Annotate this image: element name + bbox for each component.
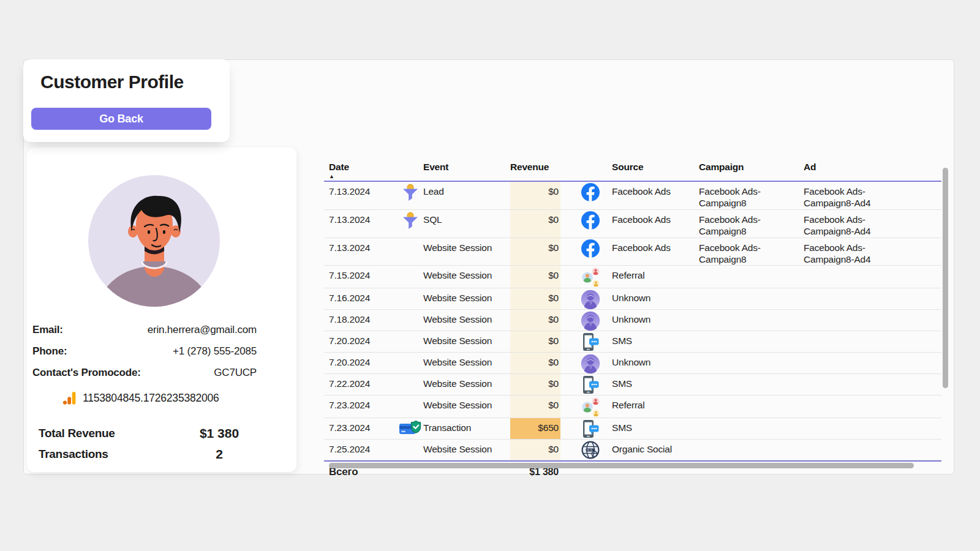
table-row[interactable]: 7.18.2024Website Session$0?Unknown [324,310,941,331]
cell-event: Transaction [423,418,510,434]
cell-campaign: Facebook Ads-Campaign8 [690,210,804,238]
globe-icon [576,440,605,459]
column-header-event[interactable]: Event [423,157,510,173]
cell-event: Website Session [423,440,510,455]
cell-date: 7.22.2024 [324,374,398,390]
column-header-date[interactable]: Date ▲ [324,157,398,179]
cell-source: Unknown [605,288,690,304]
cell-campaign [690,374,804,378]
email-row: Email: erin.herrera@gmail.com [32,324,257,345]
table-row[interactable]: 7.23.2024Transaction$650SMS [324,418,941,440]
cell-date: 7.16.2024 [324,288,398,304]
cell-ad [804,331,941,335]
total-revenue-row: Total Revenue $1 380 [39,423,271,444]
referral-icon [576,395,605,418]
cell-date: 7.13.2024 [324,210,398,226]
table-row[interactable]: 7.16.2024Website Session$0?Unknown [324,288,941,310]
cell-source: Organic Social [605,440,690,455]
cell-revenue: $0 [510,210,560,238]
cell-revenue: $0 [510,182,560,209]
cell-ad [804,440,941,444]
horizontal-scrollbar[interactable] [329,463,914,468]
cell-event: Website Session [423,353,510,369]
sort-ascending-icon: ▲ [329,174,398,179]
event-icon-empty [398,395,423,397]
table-row[interactable]: 7.13.2024SQL$0Facebook AdsFacebook Ads-C… [324,210,941,238]
cell-date: 7.23.2024 [324,418,398,434]
cell-spacer [560,238,576,242]
cell-date: 7.23.2024 [324,395,398,411]
funnel-icon [398,210,423,229]
cell-revenue: $0 [510,440,560,460]
total-revenue-label: Total Revenue [39,427,167,440]
table-row[interactable]: 7.20.2024Website Session$0SMS [324,331,941,353]
cell-event: SQL [423,210,510,226]
cell-campaign: Facebook Ads-Campaign8 [690,238,804,266]
table-row[interactable]: 7.23.2024Website Session$0Referral [324,395,941,418]
ga-client-id-row: 1153804845.1726235382006 [62,391,219,405]
cell-event: Website Session [423,395,510,411]
page-header-card: Customer Profile Go Back [23,59,230,142]
event-icon-empty [398,440,423,441]
events-table: Date ▲ Event Revenue Source Campaign Ad … [324,157,941,479]
cell-event: Website Session [423,238,510,254]
go-back-button[interactable]: Go Back [31,108,211,130]
table-row[interactable]: 7.20.2024Website Session$0?Unknown [324,353,941,374]
cell-date: 7.13.2024 [324,182,398,198]
totals-section: Total Revenue $1 380 Transactions 2 [39,423,271,465]
avatar [88,175,220,307]
table-row[interactable]: 7.25.2024Website Session$0Organic Social [324,440,941,460]
vertical-scrollbar[interactable] [943,168,948,388]
column-header-ad[interactable]: Ad [804,157,941,173]
table-row[interactable]: 7.13.2024Website Session$0Facebook AdsFa… [324,238,941,266]
cell-revenue: $650 [510,418,560,439]
column-header-revenue[interactable]: Revenue [510,157,560,173]
cell-source: Facebook Ads [605,238,690,254]
cell-event: Lead [423,182,510,198]
cell-spacer [560,310,576,314]
transaction-icon [398,418,423,437]
cell-revenue: $0 [510,353,560,373]
table-row[interactable]: 7.15.2024Website Session$0Referral [324,266,941,288]
event-icon-empty [398,331,423,333]
cell-campaign [690,310,804,314]
event-table-body: 7.13.2024Lead$0Facebook AdsFacebook Ads-… [324,182,941,460]
cell-ad [804,288,941,293]
email-label: Email: [32,324,63,336]
cell-source: SMS [605,418,690,434]
cell-spacer [560,210,576,214]
cell-spacer [560,374,576,378]
transactions-row: Transactions 2 [39,444,271,465]
cell-spacer [560,266,576,270]
table-header: Date ▲ Event Revenue Source Campaign Ad [324,157,941,182]
cell-date: 7.20.2024 [324,353,398,369]
table-row[interactable]: 7.22.2024Website Session$0SMS [324,374,941,395]
unknown-icon: ? [576,310,605,331]
cell-campaign: Facebook Ads-Campaign8 [690,182,804,209]
cell-date: 7.15.2024 [324,266,398,282]
email-value: erin.herrera@gmail.com [148,324,257,336]
cell-campaign [690,266,804,270]
phone-row: Phone: +1 (278) 555-2085 [32,345,257,367]
column-header-source[interactable]: Source [605,157,690,173]
cell-ad [804,395,941,400]
sms-icon [576,418,605,439]
cell-spacer [560,353,576,357]
profile-card: Email: erin.herrera@gmail.com Phone: +1 … [27,148,296,472]
event-icon-empty [398,266,423,268]
cell-revenue: $0 [510,238,560,266]
cell-source: Unknown [605,310,690,326]
funnel-icon [398,182,423,201]
cell-revenue: $0 [510,395,560,418]
table-row[interactable]: 7.13.2024Lead$0Facebook AdsFacebook Ads-… [324,182,941,210]
transactions-value: 2 [167,447,271,462]
cell-revenue: $0 [510,374,560,395]
phone-value: +1 (278) 555-2085 [173,345,257,358]
unknown-icon: ? [576,353,605,373]
cell-source: Referral [605,266,690,282]
facebook-icon [576,210,605,230]
column-header-campaign[interactable]: Campaign [690,157,804,173]
cell-ad [804,266,941,270]
svg-text:?: ? [589,301,592,306]
svg-text:?: ? [589,322,592,328]
